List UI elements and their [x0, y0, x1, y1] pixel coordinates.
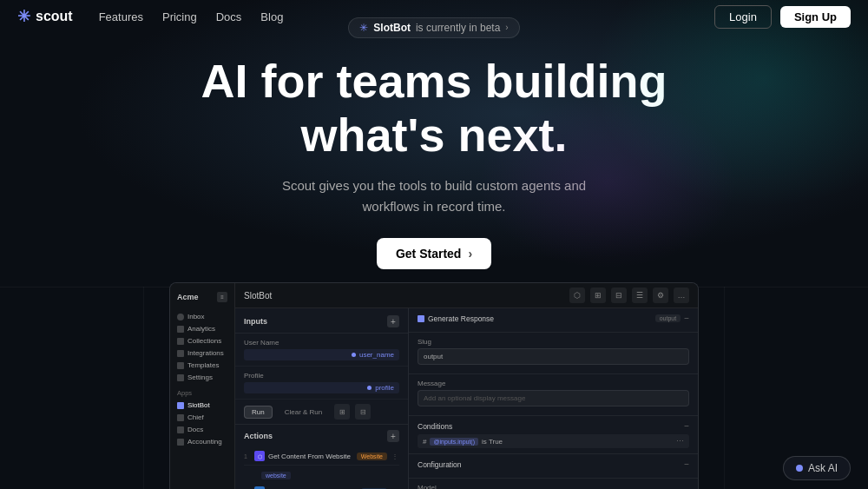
topbar-icon-5[interactable]: ⚙ [653, 287, 668, 303]
config-header: Configuration − [418, 459, 689, 469]
action-tag-1: Website [357, 453, 387, 460]
sidebar-item-templates[interactable]: Templates [175, 360, 229, 371]
input-username-label: User Name [244, 339, 399, 347]
config-collapse[interactable]: − [684, 459, 689, 469]
sidebar-menu-btn[interactable]: ≡ [217, 292, 227, 302]
model-label: Model [418, 484, 689, 489]
sidebar-item-integrations[interactable]: Integrations [175, 347, 229, 359]
sidebar-item-settings[interactable]: Settings [175, 372, 229, 383]
gen-response-badge: output [655, 314, 681, 322]
sidebar-item-docs[interactable]: Docs [175, 424, 229, 435]
action-1-output: website [244, 466, 399, 481]
nav-actions: Login Sign Up [714, 5, 851, 29]
app-preview: Acme ≡ Inbox Analytics Collections Integ… [169, 282, 699, 489]
message-placeholder[interactable]: Add an optional display message [418, 390, 689, 406]
topbar-icon-2[interactable]: ⊞ [590, 287, 606, 303]
topbar-actions: ⬡ ⊞ ⊟ ☰ ⚙ … [569, 287, 689, 303]
topbar-icon-1[interactable]: ⬡ [569, 287, 585, 303]
cta-label: Get Started [396, 247, 461, 261]
sidebar-item-analytics[interactable]: Analytics [175, 323, 229, 334]
sidebar-org: Acme ≡ [175, 290, 229, 304]
action-menu-1[interactable]: ⋮ [391, 452, 399, 460]
ask-ai-icon [796, 465, 803, 472]
config-title: Configuration [418, 460, 462, 469]
workflow-name: SlotBot [244, 291, 272, 301]
input-username-dot [352, 353, 356, 357]
sidebar-item-accounting[interactable]: Accounting [175, 436, 229, 447]
gen-response-section: Generate Response output − [409, 308, 698, 333]
conditions-title: Conditions [418, 422, 452, 431]
run-icon-2[interactable]: ⊟ [355, 404, 371, 420]
message-label: Message [418, 380, 689, 387]
sidebar-label-slotbot: SlotBot [187, 401, 210, 409]
login-button[interactable]: Login [714, 5, 772, 29]
add-action-btn[interactable]: + [387, 430, 399, 442]
config-label: Configuration [418, 460, 462, 469]
main-area: SlotBot ⬡ ⊞ ⊟ ☰ ⚙ … Inputs + User Name [235, 283, 698, 489]
sidebar-item-inbox[interactable]: Inbox [175, 311, 229, 322]
actions-header: Actions + [244, 430, 399, 442]
gen-response-title: Generate Response [418, 314, 494, 323]
logo[interactable]: ✳ scout [17, 7, 73, 26]
nav-blog[interactable]: Blog [260, 10, 283, 23]
add-input-btn[interactable]: + [387, 315, 399, 327]
inputs-header: Inputs + [235, 308, 408, 334]
ask-ai-button[interactable]: Ask AI [783, 456, 851, 480]
input-profile-dot [367, 386, 372, 390]
gen-response-icon [418, 315, 424, 322]
org-name: Acme [177, 293, 199, 301]
sidebar-label-inbox: Inbox [187, 313, 205, 320]
hero-section: ✳ SlotBot is currently in beta › AI for … [0, 0, 868, 287]
condition-menu[interactable]: ⋯ [676, 437, 684, 446]
sidebar-item-chief[interactable]: Chief [175, 412, 229, 423]
sidebar-label-settings: Settings [187, 373, 213, 381]
input-profile-row: Profile profile [235, 367, 408, 400]
run-icon-1[interactable]: ⊞ [334, 404, 350, 420]
slug-section: Slug output [409, 333, 698, 374]
input-username-value: user_name [244, 349, 399, 360]
conditions-collapse[interactable]: − [684, 421, 689, 431]
action-num-1: 1 [244, 453, 251, 459]
nav-features[interactable]: Features [99, 10, 143, 23]
action-row-1: 1 ⬡ Get Content From Website Website ⋮ [244, 447, 399, 466]
message-section: Message Add an optional display message [409, 374, 698, 416]
inputs-title: Inputs [244, 317, 267, 326]
slug-label: Slug [418, 338, 689, 346]
condition-tag: @inputs.input() [430, 438, 478, 446]
cta-button[interactable]: Get Started › [377, 238, 491, 269]
sidebar-label-templates: Templates [187, 361, 219, 369]
inputs-panel: Inputs + User Name user_name Profile pro… [235, 308, 409, 489]
input-profile-value: profile [244, 382, 399, 393]
nav-links: Features Pricing Docs Blog [99, 10, 714, 23]
clear-run-button[interactable]: Clear & Run [278, 406, 330, 418]
sidebar-label-analytics: Analytics [187, 325, 215, 333]
properties-panel: Generate Response output − Slug output [409, 308, 698, 489]
sidebar-item-slotbot[interactable]: SlotBot [175, 400, 229, 411]
run-button[interactable]: Run [244, 406, 273, 419]
topbar-icon-4[interactable]: ☰ [632, 287, 648, 303]
logo-icon: ✳ [17, 7, 30, 26]
topbar-icon-6[interactable]: … [674, 287, 689, 303]
slug-value[interactable]: output [418, 348, 689, 365]
topbar-icon-3[interactable]: ⊟ [611, 287, 627, 303]
input-username-row: User Name user_name [235, 334, 408, 367]
workflow-topbar: SlotBot ⬡ ⊞ ⊟ ☰ ⚙ … [235, 283, 698, 308]
action-1-tag: website [261, 472, 291, 479]
sidebar-label-docs: Docs [187, 426, 203, 433]
nav-pricing[interactable]: Pricing [162, 10, 197, 23]
condition-hash: # [423, 438, 426, 446]
sidebar-item-collections[interactable]: Collections [175, 335, 229, 347]
navbar: ✳ scout Features Pricing Docs Blog Login… [0, 0, 868, 33]
condition-row: # @inputs.input() is True ⋯ [418, 434, 689, 448]
input-profile-text: profile [375, 384, 394, 392]
gen-response-actions: output − [655, 314, 689, 323]
cta-arrow: › [468, 247, 472, 261]
sidebar-label-integrations: Integrations [187, 349, 224, 357]
action-icon-1: ⬡ [254, 451, 265, 461]
gen-response-collapse[interactable]: − [684, 314, 689, 323]
gen-response-label: Generate Response [428, 314, 494, 323]
nav-docs[interactable]: Docs [216, 10, 242, 23]
signup-button[interactable]: Sign Up [780, 6, 851, 28]
model-section: Model GPT-4 turbo ∨ [409, 479, 698, 489]
run-bar: Run Clear & Run ⊞ ⊟ [235, 400, 408, 425]
